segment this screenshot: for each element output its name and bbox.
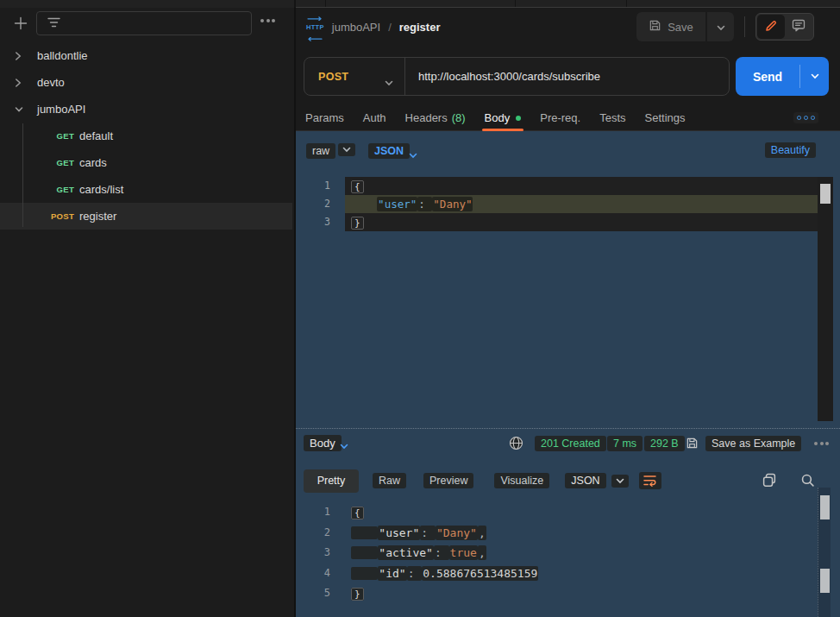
- sidebar-request-cards[interactable]: GETcards: [0, 149, 292, 176]
- code-line[interactable]: 2 "user": "Dany",: [296, 523, 840, 544]
- chevron-right-icon: [15, 78, 22, 87]
- sidebar-request-register[interactable]: POSTregister: [0, 203, 292, 230]
- code-token: :: [407, 566, 423, 581]
- response-view-toolbar: PrettyRawPreviewVisualize JSON: [304, 469, 840, 493]
- collection-children: GETdefaultGETcardsGETcards/listPOSTregis…: [0, 123, 292, 230]
- tab-label: Body: [485, 111, 511, 124]
- save-icon: [649, 19, 661, 35]
- code-token: "user": [378, 526, 420, 540]
- tab-label: Pre-req.: [540, 111, 580, 124]
- breadcrumb-request-name[interactable]: register: [399, 21, 441, 34]
- code-token: {: [351, 180, 364, 193]
- save-options-button[interactable]: [707, 12, 734, 41]
- view-visualize[interactable]: Visualize: [494, 473, 549, 488]
- chevron-down-icon[interactable]: [338, 143, 355, 156]
- sidebar-more-icon[interactable]: [260, 19, 275, 22]
- url-input[interactable]: http://localhost:3000/cards/subscribe: [405, 58, 729, 95]
- tab-auth[interactable]: Auth: [354, 105, 396, 130]
- code-line[interactable]: 1{: [296, 177, 840, 195]
- code-line-content: }: [345, 583, 833, 604]
- response-body-viewer[interactable]: 1{2 "user": "Dany",3 "active": true,4 "i…: [296, 502, 840, 617]
- body-language-select[interactable]: JSON: [368, 143, 410, 159]
- code-token: :: [417, 197, 432, 211]
- code-line[interactable]: 4 "id": 0.588676513485159: [296, 563, 840, 584]
- code-line[interactable]: 1{: [296, 502, 840, 523]
- code-line[interactable]: 3}: [296, 213, 840, 231]
- save-example-icon: [686, 437, 699, 452]
- request-label: register: [79, 210, 116, 223]
- tab-params[interactable]: Params: [296, 105, 354, 130]
- save-as-example-button[interactable]: Save as Example: [705, 436, 801, 451]
- view-raw[interactable]: Raw: [373, 473, 406, 488]
- scrollbar-thumb[interactable]: [820, 569, 830, 593]
- code-line[interactable]: 5}: [296, 583, 840, 604]
- code-token: [351, 567, 378, 580]
- tab-settings[interactable]: Settings: [636, 105, 695, 130]
- http-request-icon: HTTP: [306, 10, 324, 44]
- tab-tests[interactable]: Tests: [590, 105, 635, 130]
- scrollbar-thumb[interactable]: [820, 184, 831, 204]
- tab-label: Params: [305, 111, 344, 124]
- beautify-button[interactable]: Beautify: [765, 142, 816, 158]
- line-number: 1: [296, 177, 330, 195]
- sidebar-item-balldontlie[interactable]: balldontlie: [0, 42, 292, 69]
- response-scrollbar: [818, 488, 831, 617]
- send-label: Send: [736, 70, 799, 84]
- request-method-badge: POST: [0, 211, 74, 221]
- tab-body[interactable]: Body: [475, 105, 531, 130]
- line-number: 5: [296, 583, 330, 604]
- response-language-select[interactable]: JSON: [565, 473, 605, 488]
- code-token: "user": [377, 197, 417, 211]
- filter-input[interactable]: [36, 11, 252, 35]
- chevron-down-icon[interactable]: [409, 147, 417, 162]
- response-body-select[interactable]: Body: [304, 435, 342, 451]
- collections-list: balldontliedevtojumboAPIGETdefaultGETcar…: [0, 42, 292, 230]
- collection-label: devto: [37, 76, 65, 89]
- code-token: [351, 198, 377, 211]
- comments-button[interactable]: [785, 15, 812, 39]
- view-preview[interactable]: Preview: [423, 473, 473, 488]
- sidebar-item-jumboAPI[interactable]: jumboAPI: [0, 96, 292, 123]
- code-token: :: [420, 526, 436, 540]
- copy-icon[interactable]: [762, 473, 776, 491]
- code-token: true: [449, 545, 478, 560]
- tab-headers[interactable]: Headers(8): [396, 105, 475, 130]
- code-token: [351, 546, 378, 559]
- globe-icon[interactable]: [509, 436, 523, 453]
- code-line[interactable]: 2 "user": "Dany": [296, 195, 840, 213]
- tab-label: Auth: [363, 111, 386, 124]
- request-label: cards/list: [79, 183, 123, 196]
- code-line[interactable]: 3 "active": true,: [296, 543, 840, 563]
- line-number: 3: [296, 213, 330, 231]
- response-meta-row: Body 201 Created 7 ms 292 B Save as Exam…: [296, 434, 840, 456]
- collection-label: jumboAPI: [37, 103, 85, 116]
- body-mode-select[interactable]: raw: [306, 143, 335, 159]
- breadcrumb-collection[interactable]: jumboAPI: [332, 21, 380, 34]
- sidebar-request-cards-list[interactable]: GETcards/list: [0, 176, 292, 203]
- request-body-editor[interactable]: 1{2 "user": "Dany"3}: [296, 177, 840, 421]
- code-line-content: "user": "Dany": [345, 195, 833, 213]
- search-icon[interactable]: [800, 473, 815, 491]
- code-line-content: "id": 0.588676513485159: [345, 563, 833, 584]
- method-select[interactable]: POST: [304, 58, 404, 95]
- sidebar-request-default[interactable]: GETdefault: [0, 123, 292, 149]
- add-icon[interactable]: [12, 15, 29, 32]
- view-pretty[interactable]: Pretty: [304, 469, 359, 493]
- tab-pre-req-[interactable]: Pre-req.: [530, 105, 590, 130]
- response-separator: [296, 428, 840, 429]
- chevron-down-icon[interactable]: [340, 440, 348, 452]
- scrollbar-thumb[interactable]: [820, 495, 830, 519]
- send-button[interactable]: Send: [736, 57, 829, 96]
- edit-request-button[interactable]: [757, 15, 785, 39]
- tab-label: Tests: [599, 111, 625, 124]
- tab-count-badge: (8): [452, 111, 466, 124]
- wrap-lines-icon[interactable]: [639, 472, 661, 489]
- send-options-icon[interactable]: [800, 73, 829, 79]
- code-line-content: "user": "Dany",: [345, 523, 833, 544]
- response-more-icon[interactable]: [814, 442, 829, 445]
- save-button[interactable]: Save: [636, 12, 705, 41]
- request-tabs-more-icon[interactable]: [793, 112, 818, 123]
- sidebar-item-devto[interactable]: devto: [0, 69, 292, 96]
- code-token: ,: [478, 545, 486, 560]
- chevron-down-icon[interactable]: [611, 475, 629, 488]
